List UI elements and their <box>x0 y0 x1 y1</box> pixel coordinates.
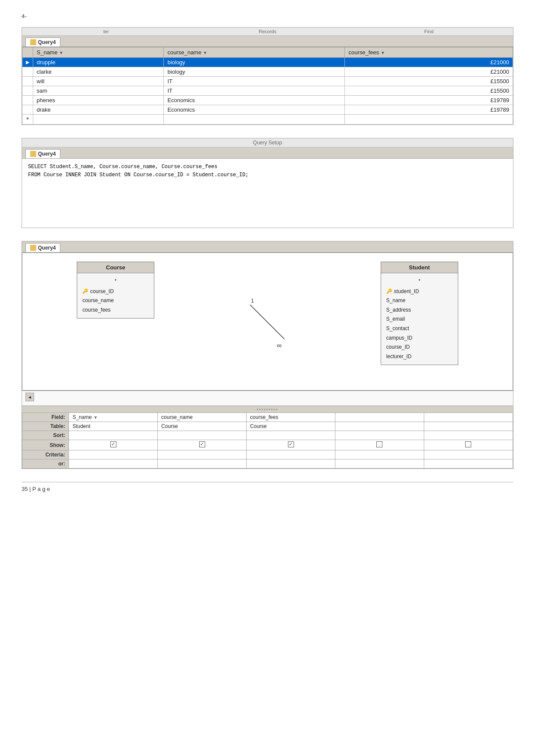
row-indicator-3 <box>22 86 33 96</box>
student-key-icon: 🔑 <box>386 287 392 296</box>
qbe-sort-cell-0 <box>69 431 158 440</box>
query-setup-tab-label: Query4 <box>38 151 56 157</box>
row-indicator-4 <box>22 96 33 105</box>
page-footer-label: 35 | P a g e <box>22 486 50 492</box>
results-nav-bar: ter Records Find <box>22 28 513 36</box>
qbe-field-cell-3[interactable] <box>335 413 424 422</box>
student-field-name-s_address: S_address <box>386 306 411 315</box>
student-field-s_name: S_name <box>386 296 453 306</box>
row-indicator-1 <box>22 67 33 77</box>
qbe-criteria-label: Criteria: <box>22 450 69 459</box>
qbe-or-label: or: <box>22 459 69 469</box>
row-sname-2: will <box>33 77 164 86</box>
qbe-sort-row: Sort: <box>22 431 513 440</box>
svg-text:∞: ∞ <box>277 342 282 349</box>
qbe-show-cell-2[interactable] <box>247 440 335 450</box>
qbe-or-row: or: <box>22 459 513 469</box>
qbe-show-cell-0[interactable] <box>69 440 158 450</box>
row-indicator-5 <box>22 105 33 115</box>
qbe-criteria-cell-4[interactable] <box>424 450 513 459</box>
student-field-s_address: S_address <box>386 306 453 315</box>
query-setup-tab-bar: Query4 <box>22 147 513 159</box>
qbe-show-cell-1[interactable] <box>158 440 247 450</box>
nav-right-label: Find <box>348 29 510 34</box>
results-row-4[interactable]: phenesEconomics£19789 <box>22 96 513 105</box>
qbe-field-row: Field:S_name ▼course_namecourse_fees <box>22 413 513 422</box>
qbe-criteria-cell-1[interactable] <box>158 450 247 459</box>
qbe-show-cell-3[interactable] <box>335 440 424 450</box>
course-field-name-course_fees: course_fees <box>82 306 110 315</box>
qbe-field-cell-0[interactable]: S_name ▼ <box>69 413 158 422</box>
qbe-or-cell-0[interactable] <box>69 459 158 469</box>
col-header-coursename[interactable]: course_name ▼ <box>164 47 345 58</box>
qbe-sort-label: Sort: <box>22 431 69 440</box>
query-setup-header: Query Setup <box>22 138 513 147</box>
qbe-field-cell-1[interactable]: course_name <box>158 413 247 422</box>
design-tab-label: Query4 <box>38 245 56 251</box>
qbe-grid: Field:S_name ▼course_namecourse_feesTabl… <box>22 412 513 469</box>
course-table-body: * 🔑 course_ID course_name course_fees <box>77 273 154 318</box>
student-field-s_contact: S_contact <box>386 324 453 334</box>
row-indicator-header <box>22 47 33 58</box>
svg-line-0 <box>250 305 285 339</box>
dropdown-arrow-0[interactable]: ▼ <box>94 415 98 420</box>
qbe-field-cell-2[interactable]: course_fees <box>247 413 335 422</box>
course-field-course_fees: course_fees <box>82 306 149 315</box>
student-table-body: * 🔑 student_ID S_name S_address S_email … <box>381 273 458 365</box>
qbe-or-cell-2[interactable] <box>247 459 335 469</box>
qbe-sort-cell-4 <box>424 431 513 440</box>
checkbox-unchecked-3[interactable] <box>376 441 382 447</box>
results-row-5[interactable]: drakeEconomics£19789 <box>22 105 513 115</box>
design-tab[interactable]: Query4 <box>25 243 60 252</box>
qbe-criteria-cell-0[interactable] <box>69 450 158 459</box>
course-table-box: Course * 🔑 course_ID course_name course_… <box>77 262 154 319</box>
qbe-or-cell-3[interactable] <box>335 459 424 469</box>
student-field-campus_id: campus_ID <box>386 334 453 343</box>
qbe-or-cell-1[interactable] <box>158 459 247 469</box>
qbe-criteria-cell-2[interactable] <box>247 450 335 459</box>
row-coursename-2: IT <box>164 77 345 86</box>
field-text-0: S_name <box>72 414 92 420</box>
horizontal-scrollbar[interactable]: ▪▪▪▪▪▪▪▪▪ <box>22 406 513 412</box>
results-row-1[interactable]: clarkebiology£21000 <box>22 67 513 77</box>
qbe-criteria-cell-3[interactable] <box>335 450 424 459</box>
results-row-3[interactable]: samIT£15500 <box>22 86 513 96</box>
student-field-s_email: S_email <box>386 315 453 324</box>
sql-line2: FROM Course INNER JOIN Student ON Course… <box>28 171 507 179</box>
qbe-show-cell-4[interactable] <box>424 440 513 450</box>
row-sname-3: sam <box>33 86 164 96</box>
query-icon <box>30 39 36 45</box>
results-row-0[interactable]: ▶drupplebiology£21000 <box>22 58 513 67</box>
course-field-name-course_id: course_ID <box>90 287 114 297</box>
course-field-course_id: 🔑 course_ID <box>82 287 149 297</box>
row-coursename-3: IT <box>164 86 345 96</box>
query-setup-tab[interactable]: Query4 <box>25 149 60 158</box>
qbe-field-cell-4[interactable] <box>424 413 513 422</box>
row-coursefees-4: £19789 <box>345 96 513 105</box>
course-table-header: Course <box>77 262 154 273</box>
checkbox-checked-2[interactable] <box>288 441 294 447</box>
course-field-course_name: course_name <box>82 296 149 306</box>
qbe-or-cell-4[interactable] <box>424 459 513 469</box>
results-tab[interactable]: Query4 <box>25 37 60 47</box>
results-section: ter Records Find Query4 S_name ▼ course_… <box>22 27 513 125</box>
checkbox-checked-0[interactable] <box>110 441 116 447</box>
scroll-left-button[interactable]: ◄ <box>25 393 34 401</box>
results-table: S_name ▼ course_name ▼ course_fees ▼ ▶dr… <box>22 47 513 125</box>
design-tab-icon <box>30 245 36 251</box>
checkbox-unchecked-4[interactable] <box>465 441 471 447</box>
student-field-name-student_id: student_ID <box>394 287 419 297</box>
student-table-box: Student * 🔑 student_ID S_name S_address … <box>381 262 458 365</box>
col-header-coursefees[interactable]: course_fees ▼ <box>345 47 513 58</box>
results-row-2[interactable]: willIT£15500 <box>22 77 513 86</box>
row-sname-5: drake <box>33 105 164 115</box>
scrollbar-dots: ▪▪▪▪▪▪▪▪▪ <box>257 407 278 412</box>
col-header-sname[interactable]: S_name ▼ <box>33 47 164 58</box>
row-sname-0: drupple <box>33 58 164 67</box>
nav-center-label: Records <box>187 29 348 34</box>
scroll-area: ◄ <box>22 390 513 406</box>
checkbox-checked-1[interactable] <box>199 441 205 447</box>
student-field-name-campus_id: campus_ID <box>386 334 413 343</box>
results-tab-bar: Query4 <box>22 36 513 47</box>
row-coursename-5: Economics <box>164 105 345 115</box>
